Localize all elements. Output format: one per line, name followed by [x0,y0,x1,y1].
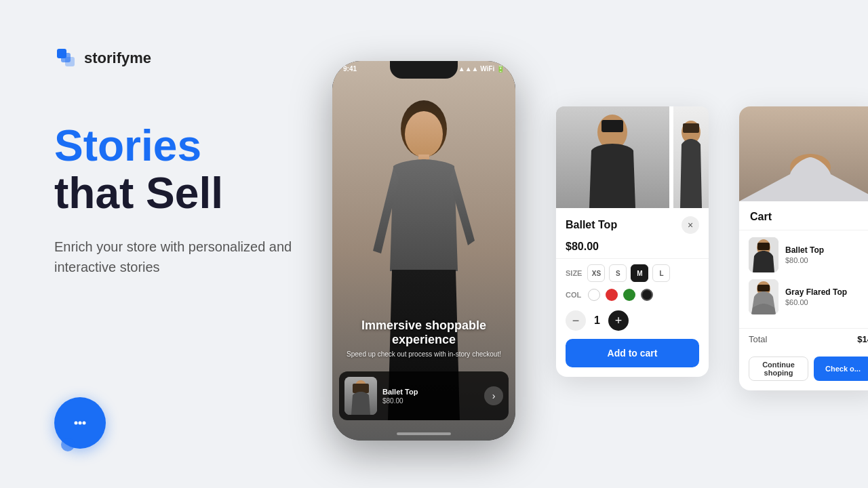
logo-text: storifyme [84,49,151,67]
phone-frame: 9:41 ▲▲▲ WiFi 🔋 [332,61,515,441]
svg-point-8 [405,111,443,157]
svg-point-4 [79,422,82,425]
logo-icon [54,46,79,70]
logo-area: storifyme [54,46,151,70]
phone-overlay-title: Immersive shoppable experience [332,319,515,347]
size-btn-l[interactable]: L [652,264,670,282]
hero-title-dark: that Sell [54,169,339,217]
phone-signal: ▲▲▲ WiFi 🔋 [458,65,505,73]
size-btn-xs[interactable]: XS [587,264,605,282]
strip-thumb [344,377,377,415]
cart-item-1-info: Ballet Top $80.00 [785,245,868,264]
svg-point-5 [83,422,86,425]
card-size-row: SIZE XS S M L [556,259,709,285]
cart-total-row: Total $14 [739,328,868,350]
phone-mockup: 9:41 ▲▲▲ WiFi 🔋 [332,61,515,441]
phone-home-indicator [397,432,451,435]
chat-bubble[interactable] [54,397,106,449]
color-black[interactable] [641,289,653,301]
hero-text-block: Stories that Sell Enrich your store with… [54,122,339,277]
cart-item-1-thumb [749,237,778,272]
strip-info: Ballet Top $80.00 [382,388,479,405]
cart-actions: Continue shoping Check o... [739,350,868,390]
strip-next-arrow[interactable]: › [484,386,503,405]
color-white[interactable] [588,289,600,301]
cart-item-1: Ballet Top $80.00 [749,237,868,272]
size-btn-m[interactable]: M [631,264,648,282]
cart-item-2-thumb [749,279,778,314]
card-price: $80.00 [556,238,709,259]
product-thumb-img-svg [673,106,709,208]
card-qty-row: − 1 + [556,306,709,339]
svg-rect-15 [601,120,623,132]
cart-item-1-price: $80.00 [785,256,868,264]
card-close-button[interactable]: × [682,216,699,234]
cart-total-label: Total [749,334,767,344]
svg-rect-23 [757,243,770,250]
color-red[interactable] [606,289,618,301]
card-color-row: COL [556,285,709,306]
card-header: Ballet Top × [556,208,709,238]
cart-item-2: Gray Flared Top $60.00 [749,279,868,314]
qty-minus-btn[interactable]: − [566,310,586,331]
strip-thumb-img [344,377,377,415]
cart-item-1-name: Ballet Top [785,245,868,255]
phone-time: 9:41 [343,65,357,73]
cart-panel: Cart Ballet Top $80.00 [739,106,868,390]
phone-overlay-text: Immersive shoppable experience Speed up … [332,319,515,359]
cart-item-2-price: $60.00 [785,298,868,306]
product-main-img-svg [556,106,669,208]
cart-item-2-name: Gray Flared Top [785,287,868,297]
checkout-button[interactable]: Check o... [814,357,868,381]
color-green[interactable] [623,289,635,301]
svg-rect-2 [65,57,75,66]
add-to-cart-button[interactable]: Add to cart [566,339,699,367]
continue-shopping-button[interactable]: Continue shoping [749,357,808,381]
phone-overlay-sub: Speed up check out process with in-story… [332,350,515,359]
qty-plus-btn[interactable]: + [608,310,629,331]
color-label: COL [566,291,581,299]
phone-bottom-strip: Ballet Top $80.00 › [339,371,509,420]
hero-title-blue: Stories [54,122,339,169]
cart-img-strip [739,106,868,201]
svg-point-3 [75,422,78,425]
product-card-images [556,106,709,208]
product-card-thumb-img [673,106,709,208]
cart-item-1-img [749,237,778,272]
phone-status-bar: 9:41 ▲▲▲ WiFi 🔋 [343,65,505,73]
strip-product-name: Ballet Top [382,388,479,396]
cart-header: Cart [739,201,868,230]
strip-product-price: $80.00 [382,397,479,405]
product-card: Ballet Top × $80.00 SIZE XS S M L COL − … [556,106,709,377]
cart-items: Ballet Top $80.00 Gray Flared Top $60.00 [739,230,868,328]
svg-rect-12 [353,384,369,393]
qty-value: 1 [594,314,600,327]
product-card-main-img [556,106,669,208]
phone-screen: Immersive shoppable experience Speed up … [332,61,515,441]
cart-header-img [739,106,868,201]
fashion-bg: Immersive shoppable experience Speed up … [332,61,515,441]
size-label: SIZE [566,269,582,277]
card-title: Ballet Top [566,219,617,231]
chat-icon [69,412,91,434]
svg-rect-26 [757,285,770,291]
cart-item-2-img [749,279,778,314]
size-btn-s[interactable]: S [609,264,627,282]
svg-rect-18 [683,123,699,133]
cart-item-2-info: Gray Flared Top $60.00 [785,287,868,306]
hero-subtitle: Enrich your store with personalized and … [54,237,339,277]
cart-total-value: $14 [857,334,868,344]
